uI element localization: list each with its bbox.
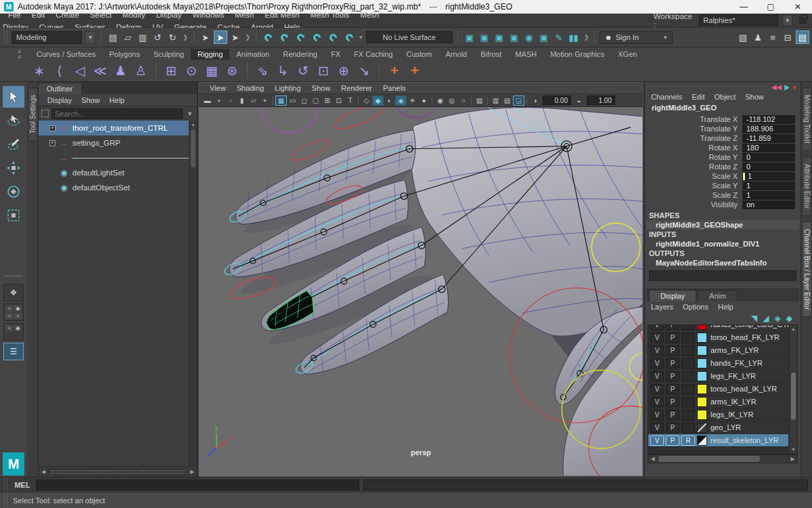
viewport-menu-item[interactable]: Shading: [231, 84, 269, 92]
layer-color-swatch[interactable]: [697, 436, 707, 446]
anti-aliasing-icon[interactable]: ◎: [446, 96, 457, 106]
input-node-item[interactable]: rightMiddle1_normalize_DIV1: [646, 239, 799, 249]
channel-attribute-value[interactable]: on: [742, 200, 795, 209]
render-view-icon[interactable]: ▣: [463, 30, 476, 44]
expand-toggle-icon[interactable]: +: [49, 125, 55, 131]
layer-color-swatch[interactable]: [697, 345, 707, 356]
channel-box-toggle-icon[interactable]: ▤: [796, 30, 809, 44]
scroll-down-arrow-icon[interactable]: ▼: [790, 446, 797, 454]
outliner-item[interactable]: + settings_GRP: [39, 135, 197, 150]
maximize-button[interactable]: ▢: [766, 2, 775, 12]
outliner-search-input[interactable]: [51, 108, 183, 119]
snap-point-icon[interactable]: [294, 30, 307, 44]
select-hierarchy-icon[interactable]: ➤: [199, 30, 212, 44]
pause-viewport-icon[interactable]: ▮▮: [567, 30, 581, 44]
outliner-item[interactable]: defaultLightSet: [39, 165, 197, 180]
layer-display-type-toggle[interactable]: [681, 410, 695, 420]
ik-handle-icon[interactable]: ⟨: [51, 62, 68, 79]
shelf-tab[interactable]: Motion Graphics: [543, 49, 611, 60]
paint-effects-icon[interactable]: ✎: [552, 30, 566, 44]
panel-splitter-handle[interactable]: ························: [646, 281, 799, 289]
layer-playback-toggle[interactable]: P: [666, 333, 679, 343]
menu-set-dropdown-arrow-icon[interactable]: ▼: [85, 31, 96, 44]
grid-icon[interactable]: ▦: [275, 96, 287, 106]
scroll-left-arrow-icon[interactable]: ◀: [39, 469, 48, 475]
layer-playback-toggle[interactable]: P: [666, 324, 679, 330]
output-node-item[interactable]: MayaNodeEditorSavedTabsInfo: [646, 258, 799, 268]
layer-up-icon[interactable]: ◥: [751, 314, 757, 323]
channel-attribute-label[interactable]: Visibility: [646, 200, 742, 209]
layer-display-type-toggle[interactable]: [681, 371, 695, 381]
shelf-tab[interactable]: Sculpting: [147, 49, 191, 60]
humanik-toggle-icon[interactable]: ♟: [751, 30, 765, 44]
layer-playback-toggle[interactable]: P: [666, 371, 679, 381]
render-current-frame-icon[interactable]: ◉: [522, 30, 536, 44]
shelf-tab[interactable]: Curves / Surfaces: [30, 49, 102, 60]
bookmark-icon[interactable]: ▮: [236, 96, 248, 106]
layer-color-swatch[interactable]: [697, 423, 707, 433]
outliner-item[interactable]: + thorr_root_transform_CTRL: [39, 121, 197, 135]
channel-box-layer-editor-tab[interactable]: Channel Box / Layer Editor: [802, 221, 812, 318]
remove-influence-icon[interactable]: +: [407, 62, 423, 79]
wireframe-icon[interactable]: ◇: [361, 96, 372, 106]
viewport-menu-item[interactable]: Panels: [378, 84, 411, 92]
image-plane-icon[interactable]: ▱: [248, 96, 259, 106]
create-joints-icon[interactable]: ∗: [31, 62, 47, 79]
insert-joint-icon[interactable]: ≪: [92, 62, 108, 79]
lasso-select-tool[interactable]: [3, 110, 24, 131]
layer-playback-toggle[interactable]: P: [666, 410, 679, 420]
cluster-deformer-icon[interactable]: ⊙: [183, 62, 200, 79]
layer-playback-toggle[interactable]: P: [666, 436, 679, 446]
layer-row[interactable]: V P R result_skeleton_LYR: [648, 434, 788, 447]
wireframe-on-shaded-icon[interactable]: ◈: [395, 96, 407, 106]
channel-attribute-value[interactable]: 0: [742, 163, 795, 171]
menu-item[interactable]: Modify: [117, 11, 151, 19]
minimize-button[interactable]: —: [739, 2, 748, 12]
channel-attribute-value[interactable]: 188.906: [742, 125, 795, 133]
redo-icon[interactable]: ↻: [166, 30, 179, 44]
layer-display-type-toggle[interactable]: [681, 333, 695, 343]
outliner-persp-layout-button[interactable]: ☰: [3, 343, 24, 360]
scroll-up-arrow-icon[interactable]: ▲: [189, 121, 197, 129]
layer-visibility-toggle[interactable]: V: [650, 333, 664, 343]
snap-curve-icon[interactable]: [277, 30, 291, 44]
layer-color-swatch[interactable]: [697, 371, 707, 381]
parent-constraint-icon[interactable]: ⇘: [254, 62, 271, 79]
render-frame-icon[interactable]: ▣: [478, 30, 491, 44]
viewport-menu-item[interactable]: Show: [307, 84, 336, 92]
new-empty-layer-icon[interactable]: ◈: [775, 314, 781, 323]
film-gate-icon[interactable]: ▭: [287, 96, 298, 106]
scrollbar-thumb[interactable]: [791, 373, 796, 420]
select-component-icon[interactable]: ➤: [229, 30, 242, 44]
layer-visibility-toggle[interactable]: V: [650, 397, 664, 407]
viewport-separator[interactable]: [273, 96, 273, 105]
sign-in-dropdown[interactable]: ☻ Sign In ▼: [600, 31, 673, 44]
xray-joints-icon[interactable]: ▤: [501, 96, 513, 106]
lighting-icon[interactable]: ☀: [407, 96, 418, 106]
expand-toggle-icon[interactable]: +: [49, 140, 55, 146]
safe-title-icon[interactable]: T: [344, 96, 356, 106]
ipr-render-icon[interactable]: ▣: [493, 30, 506, 44]
layer-display-type-toggle[interactable]: R: [681, 436, 695, 446]
menu-set-dropdown[interactable]: Modeling: [12, 31, 82, 44]
viewport-separator[interactable]: [432, 96, 432, 105]
viewport-menu-item[interactable]: Renderer: [336, 84, 378, 92]
channel-attribute-label[interactable]: Scale Z: [646, 191, 742, 199]
layer-editor-tab[interactable]: Anim: [698, 290, 738, 301]
search-filter-icon[interactable]: [41, 110, 49, 117]
mel-command-input[interactable]: [36, 480, 359, 490]
menu-item[interactable]: Edit: [26, 11, 51, 19]
ambient-occlusion-icon[interactable]: ◉: [434, 96, 446, 106]
scroll-up-arrow-icon[interactable]: ▲: [790, 325, 797, 333]
pole-vector-constraint-icon[interactable]: ⊕: [336, 62, 352, 79]
layer-row[interactable]: V P torso_head_FK_LYR: [648, 331, 788, 344]
history-forward-arrows-icon[interactable]: ▶: [784, 83, 790, 91]
shaded-icon[interactable]: ◆: [372, 96, 384, 106]
outliner-menu-item[interactable]: Display: [43, 96, 76, 104]
layer-color-swatch[interactable]: [697, 333, 707, 343]
command-language-toggle[interactable]: MEL: [13, 481, 32, 489]
channel-box-menu-item[interactable]: Edit: [687, 93, 709, 101]
shape-node-item[interactable]: rightMiddle3_GEOShape: [646, 220, 799, 230]
group-expander-icon[interactable]: ❯: [584, 34, 589, 41]
layer-editor-menu-item[interactable]: Options: [678, 303, 713, 311]
